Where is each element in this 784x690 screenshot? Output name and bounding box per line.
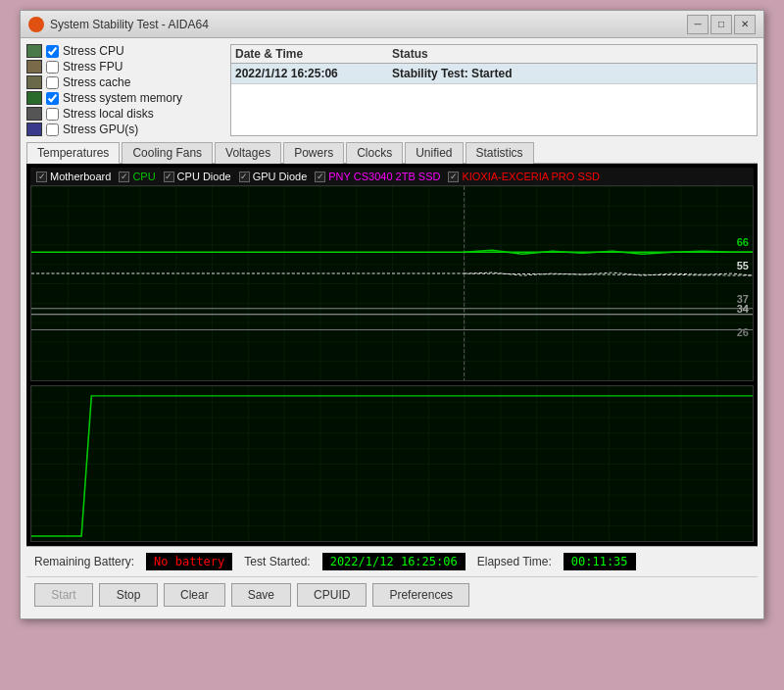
- tab-clocks[interactable]: Clocks: [346, 142, 403, 164]
- charts-container: ✓Motherboard✓CPU✓CPU Diode✓GPU Diode✓PNY…: [26, 164, 758, 546]
- stress-option-cache: Stress cache: [26, 75, 222, 89]
- legend-label: KIOXIA-EXCERIA PRO SSD: [462, 171, 600, 182]
- cpu-usage-chart: CPU Usage 100% 100% 0%: [30, 385, 754, 542]
- legend-checkbox[interactable]: ✓: [448, 172, 459, 182]
- stress-checkbox-disk[interactable]: [46, 108, 59, 121]
- svg-rect-4: [31, 386, 753, 541]
- row-status: Stability Test: Started: [392, 67, 753, 80]
- stress-icon-disk: [26, 107, 42, 121]
- temp-value-26: 26: [737, 326, 749, 338]
- legend-item-cpu: ✓CPU: [119, 171, 155, 182]
- legend-item-motherboard: ✓Motherboard: [36, 171, 111, 182]
- minimize-button[interactable]: ─: [687, 15, 709, 34]
- temp-value-66: 66: [737, 236, 749, 248]
- temp-value-37: 37: [737, 293, 749, 305]
- stress-label-fpu: Stress FPU: [63, 60, 122, 74]
- cpuid-button[interactable]: CPUID: [297, 583, 367, 607]
- temp-value-55: 55: [737, 260, 749, 271]
- legend-checkbox[interactable]: ✓: [239, 172, 250, 182]
- buttons-bar: StartStopClearSaveCPUIDPreferences: [26, 576, 758, 613]
- top-section: Stress CPUStress FPUStress cacheStress s…: [26, 44, 758, 136]
- main-window: System Stability Test - AIDA64 ─ □ ✕ Str…: [20, 10, 764, 619]
- legend-checkbox[interactable]: ✓: [36, 172, 47, 182]
- stress-option-gpu: Stress GPU(s): [26, 123, 222, 136]
- stress-option-fpu: Stress FPU: [26, 60, 222, 74]
- stress-checkbox-gpu[interactable]: [46, 123, 59, 136]
- status-rows: 2022/1/12 16:25:06 Stability Test: Start…: [231, 64, 757, 84]
- stress-label-gpu: Stress GPU(s): [63, 123, 138, 136]
- col-status-header: Status: [392, 47, 753, 61]
- battery-label: Remaining Battery:: [34, 555, 134, 568]
- battery-value: No battery: [146, 553, 232, 570]
- col-datetime-header: Date & Time: [235, 47, 392, 61]
- stress-icon-cache: [26, 75, 42, 89]
- stress-options: Stress CPUStress FPUStress cacheStress s…: [26, 44, 222, 136]
- stress-icon-cpu: [26, 44, 42, 58]
- stress-label-disk: Stress local disks: [63, 107, 154, 121]
- svg-rect-1: [31, 186, 753, 380]
- temp-chart-svg: [31, 186, 753, 380]
- legend-item-cpu-diode: ✓CPU Diode: [164, 171, 231, 182]
- app-icon: [28, 17, 44, 32]
- stress-label-cache: Stress cache: [63, 75, 130, 89]
- status-table: Date & Time Status 2022/1/12 16:25:06 St…: [230, 44, 758, 136]
- tab-unified[interactable]: Unified: [405, 142, 463, 164]
- test-started-value: 2022/1/12 16:25:06: [322, 553, 466, 570]
- legend-label: Motherboard: [50, 171, 111, 182]
- stress-option-cpu: Stress CPU: [26, 44, 222, 58]
- legend-checkbox[interactable]: ✓: [164, 172, 174, 182]
- legend-item-gpu-diode: ✓GPU Diode: [239, 171, 308, 182]
- maximize-button[interactable]: □: [710, 15, 732, 34]
- status-bar: Remaining Battery: No battery Test Start…: [26, 546, 758, 576]
- preferences-button[interactable]: Preferences: [372, 583, 469, 607]
- stress-icon-memory: [26, 91, 42, 105]
- stop-button[interactable]: Stop: [99, 583, 158, 607]
- stress-label-memory: Stress system memory: [63, 91, 182, 105]
- stress-checkbox-cache[interactable]: [46, 76, 59, 89]
- content-area: Stress CPUStress FPUStress cacheStress s…: [21, 38, 763, 618]
- tab-powers[interactable]: Powers: [283, 142, 344, 164]
- title-bar: System Stability Test - AIDA64 ─ □ ✕: [21, 11, 763, 38]
- legend-checkbox[interactable]: ✓: [315, 172, 325, 182]
- tab-temperatures[interactable]: Temperatures: [26, 142, 120, 164]
- start-button: Start: [34, 583, 93, 607]
- row-datetime: 2022/1/12 16:25:06: [235, 67, 392, 80]
- status-table-header: Date & Time Status: [231, 45, 757, 64]
- stress-option-memory: Stress system memory: [26, 91, 222, 105]
- legend-label: CPU Diode: [177, 171, 231, 182]
- legend-label: CPU: [132, 171, 155, 182]
- stress-label-cpu: Stress CPU: [63, 44, 124, 58]
- stress-checkbox-memory[interactable]: [46, 92, 59, 105]
- cpu-chart-svg: [31, 386, 753, 541]
- close-button[interactable]: ✕: [734, 15, 756, 34]
- legend-label: PNY CS3040 2TB SSD: [328, 171, 440, 182]
- legend-item-pny-cs3040-2tb-ssd: ✓PNY CS3040 2TB SSD: [315, 171, 440, 182]
- elapsed-label: Elapsed Time:: [477, 555, 552, 568]
- legend-bar: ✓Motherboard✓CPU✓CPU Diode✓GPU Diode✓PNY…: [30, 168, 754, 185]
- tab-statistics[interactable]: Statistics: [466, 142, 534, 164]
- save-button[interactable]: Save: [231, 583, 291, 607]
- stress-icon-fpu: [26, 60, 42, 74]
- clear-button[interactable]: Clear: [164, 583, 225, 607]
- stress-checkbox-fpu[interactable]: [46, 61, 59, 74]
- legend-label: GPU Diode: [253, 171, 308, 182]
- tabs-bar: TemperaturesCooling FansVoltagesPowersCl…: [26, 142, 758, 164]
- test-started-label: Test Started:: [244, 555, 310, 568]
- window-controls: ─ □ ✕: [687, 15, 756, 34]
- status-row: 2022/1/12 16:25:06 Stability Test: Start…: [231, 64, 757, 84]
- legend-checkbox[interactable]: ✓: [119, 172, 129, 182]
- stress-checkbox-cpu[interactable]: [46, 45, 59, 58]
- stress-icon-gpu: [26, 123, 42, 136]
- temperature-chart: 100°C 0°C 16:25:06: [30, 185, 754, 381]
- stress-option-disk: Stress local disks: [26, 107, 222, 121]
- elapsed-value: 00:11:35: [564, 553, 636, 570]
- window-title: System Stability Test - AIDA64: [50, 18, 687, 31]
- tab-voltages[interactable]: Voltages: [215, 142, 281, 164]
- legend-item-kioxia-exceria-pro-ssd: ✓KIOXIA-EXCERIA PRO SSD: [448, 171, 600, 182]
- tab-cooling-fans[interactable]: Cooling Fans: [122, 142, 213, 164]
